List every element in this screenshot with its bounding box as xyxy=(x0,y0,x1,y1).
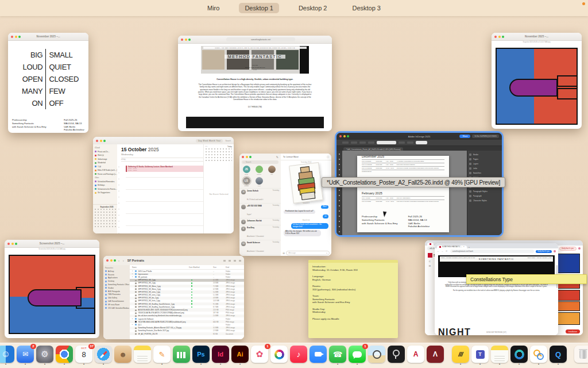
verify-chip[interactable]: Verify that it's you xyxy=(559,247,577,251)
dock-item[interactable] xyxy=(387,346,405,365)
finder-window[interactable]: ‹ › SF Portraits Favourites AirDrop Rece… xyxy=(103,256,244,339)
trash-icon[interactable] xyxy=(574,346,588,363)
dock-item[interactable]: T • xyxy=(471,346,489,365)
app-icon[interactable] xyxy=(368,346,385,363)
disclosure-triangle[interactable]: ▾ xyxy=(132,276,134,278)
file-row[interactable]: SF_AO_PORTRS_28.LTR 92 KB Document xyxy=(130,332,244,335)
calendar-list-item[interactable]: Siri Suggestions xyxy=(95,191,119,195)
app-icon[interactable]: ✉ 2 xyxy=(17,346,34,363)
nav-links[interactable]: WORK_ART DEPARTMENT_NIGHT_IDEAS_TEACHING xyxy=(441,257,475,258)
app-icon[interactable] xyxy=(510,346,528,363)
dock-item[interactable] xyxy=(368,346,386,365)
message-input[interactable]: iMessage● xyxy=(286,251,330,255)
share-button[interactable]: Share xyxy=(459,135,470,138)
preview-art-window-bottom[interactable]: Screenshot 2025 –... Screenshot 2025-09-… xyxy=(5,240,99,338)
pairs-document-window[interactable]: November 2025 –... BIG SMALL LOUD QUIET … xyxy=(8,33,88,133)
canvas[interactable]: December 2025 Wed, 3.12.2025 Room 35 xyxy=(342,151,471,235)
sidebar-item[interactable]: 231 UdK GestaltenNeubau xyxy=(105,306,131,310)
traffic-lights[interactable] xyxy=(494,36,504,38)
traffic-lights[interactable] xyxy=(11,36,21,38)
traffic-lights[interactable] xyxy=(339,135,349,137)
pinned-contact[interactable]: JS Jonas xyxy=(242,166,251,175)
col-name[interactable]: Name xyxy=(132,266,188,269)
file-row[interactable]: SFPORTR25_SK_EvaEmy_SarahScherzer_2.jpg … xyxy=(130,305,244,308)
pinned-contact[interactable]: Vera xyxy=(254,177,264,187)
dock-item[interactable]: OCT 8 37 • xyxy=(75,346,93,365)
file-row[interactable]: 74503C54-A07A-4706-A923-C7C334OC99(B)(ca… xyxy=(130,312,244,315)
calendar-search[interactable]: Search xyxy=(225,140,231,142)
dock-item[interactable]: ☺ • xyxy=(0,346,15,365)
disclosure-triangle[interactable]: ▾ xyxy=(132,273,134,275)
compose-icon[interactable]: ✎ xyxy=(276,155,278,159)
app-icon[interactable]: T xyxy=(471,346,489,363)
install-button[interactable]: Installation xyxy=(566,329,580,334)
mini-month-nav[interactable]: ‹ ›Today xyxy=(206,145,232,148)
conversation-item[interactable]: SS Sarah ScherzerYesterday Attachment: 1… xyxy=(239,240,281,255)
today-button[interactable]: Today xyxy=(227,145,232,148)
add-attachment-icon[interactable]: ⊕ xyxy=(283,251,285,255)
panel-tab[interactable]: Stroke xyxy=(469,152,500,157)
file-row[interactable]: SFPORTR25_SK_bw_1.jpg 4.8 MB JPEG image xyxy=(130,297,244,300)
space-tab[interactable]: Miro xyxy=(202,3,225,13)
facetime-icon[interactable]: ▢ xyxy=(327,155,329,158)
dock-item[interactable]: A xyxy=(407,346,425,365)
panel-tab[interactable]: Paragraph Styles xyxy=(469,189,500,194)
dock-item[interactable]: 1 • xyxy=(348,346,366,365)
dock-item[interactable]: ☎ • xyxy=(328,346,347,365)
dock-item-trash[interactable] xyxy=(574,346,588,365)
file-row[interactable]: ▸ (0) 1 -- Folder xyxy=(130,323,244,326)
panel-tab[interactable]: Pages xyxy=(469,157,500,162)
traffic-lights[interactable] xyxy=(242,156,252,158)
panel-tab[interactable]: Swatches xyxy=(469,171,500,175)
messages-window[interactable]: ✎ ○Search JS Jonas untitled Fabi LS Lenn… xyxy=(239,154,331,256)
col-size[interactable]: Size xyxy=(213,266,225,269)
app-icon[interactable]: A xyxy=(407,346,424,363)
conversation-item[interactable]: S Simon ErllYesterday Hello Simon, we ne… xyxy=(239,255,281,256)
safari-window[interactable]: somethingfantastic.net WORK_ART DEPARTME… xyxy=(178,36,332,131)
traffic-lights[interactable] xyxy=(96,140,106,142)
file-row[interactable]: SFPORTR25_SK_Mono_1.jpg 7.2 MB JPEG imag… xyxy=(130,285,244,288)
file-row[interactable]: dec-wk-barn-rosenthal-ing-blenkinshi-fot… xyxy=(130,315,244,317)
file-row[interactable]: SFPORTR25_SK_2.jpg 3.8 MB JPEG image xyxy=(130,282,244,285)
dock-item[interactable]: ⚙ • xyxy=(36,346,54,365)
app-icon[interactable]: Id xyxy=(212,346,229,363)
file-row[interactable]: ▾ Impressionen -- Folder xyxy=(130,273,244,275)
sidebar-entry[interactable]: Favourites xyxy=(105,267,131,269)
sticky-note[interactable]: Introduction: Wednesday, 15.October, 9:3… xyxy=(308,260,398,338)
space-tab[interactable]: Desktop 2 xyxy=(293,3,333,13)
file-row[interactable]: Something Fantastic_Atlantis Marriott 20… xyxy=(130,327,244,329)
app-icon[interactable]: Q xyxy=(550,346,567,363)
app-icon[interactable] xyxy=(95,346,112,363)
conversation-item[interactable]: +49 152 032 5844Yesterday Super! xyxy=(239,203,281,218)
file-row[interactable]: Something Fantastic_Kiez Berlin 2017.jpg… xyxy=(130,329,244,332)
address-bar[interactable]: somethingfantastic.net xyxy=(226,37,295,41)
conversation-item[interactable]: JS Jonas SchulzYesterday Hi, I'll check … xyxy=(239,188,281,203)
shared-image[interactable] xyxy=(289,162,323,204)
profile-avatar[interactable] xyxy=(554,250,556,253)
dock-item[interactable]: ✉ 2 • xyxy=(16,346,34,365)
traffic-lights[interactable] xyxy=(181,39,191,41)
back-forward-buttons[interactable]: ‹ › xyxy=(118,259,125,262)
dock-item[interactable]: Ps • xyxy=(192,346,210,365)
panel-tab[interactable]: Paragraph xyxy=(469,194,500,198)
mic-icon[interactable]: ● xyxy=(326,252,327,254)
app-icon[interactable]: ⚙ xyxy=(36,346,53,363)
app-icon[interactable] xyxy=(388,346,405,363)
app-icon[interactable]: 1 xyxy=(349,346,366,363)
app-icon[interactable] xyxy=(56,346,73,363)
pinned-contact[interactable]: LS Lennart xyxy=(242,177,251,187)
verify-chip[interactable]: Verify that it's you xyxy=(536,250,552,253)
calendar-view-switcher[interactable]: Day Week Month Year xyxy=(196,139,223,143)
panel-tab[interactable]: Links xyxy=(469,166,500,171)
finder-toolbar-icons[interactable] xyxy=(223,259,241,262)
pinned-contact[interactable]: Fabi xyxy=(267,166,276,175)
dock-item[interactable]: ✎ • xyxy=(153,346,171,365)
app-icon[interactable]: ✎ xyxy=(153,346,171,363)
file-row[interactable]: SFPORTR25_SK_EvaEmy_SarahScherzer_1.jpg … xyxy=(130,302,244,305)
disclosure-triangle[interactable]: ▸ xyxy=(132,318,134,320)
browser-tab[interactable] xyxy=(427,243,434,246)
file-row[interactable]: SFPORTR25_SK_1.jpg 4.1 MB JPEG image xyxy=(130,279,244,282)
panel-tab[interactable]: Layers xyxy=(469,162,500,166)
dock-item[interactable]: ♪ xyxy=(289,346,308,365)
calendar-event[interactable]: Gathering #1 Studio, Goldenray Lecture, … xyxy=(126,166,205,170)
